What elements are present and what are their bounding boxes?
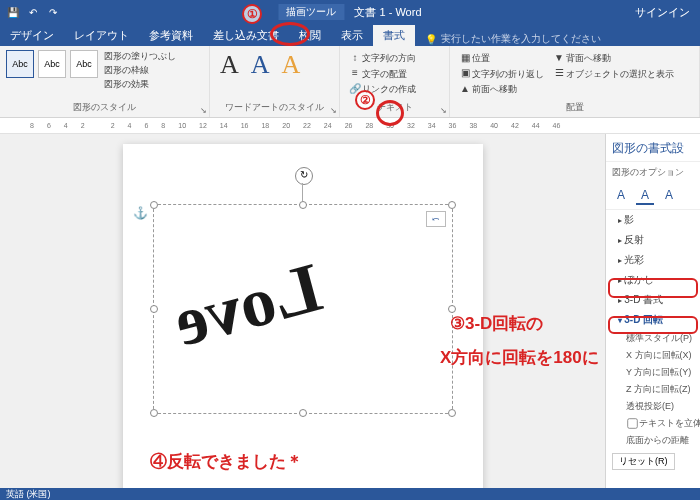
resize-handle[interactable] [299,201,307,209]
pane-tab-shape-options[interactable]: 図形のオプション [612,166,684,179]
shape-outline[interactable]: 図形の枠線 [102,64,178,77]
pane-section-glow[interactable]: 光彩 [606,250,700,270]
rotation-preset[interactable]: 標準スタイル(P) [606,330,700,347]
effects-icon[interactable]: A [636,187,654,205]
document-canvas[interactable]: ⚓ ⤺ Love [0,134,605,490]
shape-style-1[interactable]: Abc [6,50,34,78]
horizontal-ruler[interactable]: 8642246810121416182022242628303234363840… [0,118,700,134]
send-backward[interactable]: ▼背面へ移動 [550,50,676,65]
position-menu[interactable]: ▦位置 [456,50,546,65]
flat-checkbox[interactable] [627,418,637,428]
tab-references[interactable]: 参考資料 [139,25,203,46]
save-icon[interactable]: 💾 [6,5,20,19]
rotation-perspective[interactable]: 透視投影(E) [606,398,700,415]
reset-button[interactable]: リセット(R) [612,453,675,470]
shape-fill[interactable]: 図形の塗りつぶし [102,50,178,63]
tell-me-search[interactable]: 💡 実行したい作業を入力してください [415,32,601,46]
shape-style-3[interactable]: Abc [70,50,98,78]
tab-design[interactable]: デザイン [0,25,64,46]
wrap-icon: ▣ [458,66,472,80]
text-align-icon: ≡ [348,66,362,80]
resize-handle[interactable] [448,409,456,417]
shape-style-2[interactable]: Abc [38,50,66,78]
backward-icon: ▼ [552,50,566,64]
rotation-z[interactable]: Z 方向に回転(Z) [606,381,700,398]
ribbon-tabs: デザイン レイアウト 参考資料 差し込み文書 校閲 表示 書式 💡 実行したい作… [0,24,700,46]
keep-text-flat[interactable]: テキストを立体 [606,415,700,432]
selection-pane[interactable]: ☰オブジェクトの選択と表示 [550,66,676,81]
rotation-x[interactable]: X 方向に回転(X) [606,347,700,364]
forward-icon: ▲ [458,81,472,95]
ribbon: Abc Abc Abc 図形の塗りつぶし 図形の枠線 図形の効果 図形のスタイル… [0,46,700,118]
contextual-tab-label: 描画ツール [278,4,344,20]
anchor-icon: ⚓ [133,206,148,220]
wordart-style-2[interactable]: A [247,50,274,80]
group-label-text: テキスト [346,101,443,115]
page: ⚓ ⤺ Love [123,144,483,490]
create-link[interactable]: 🔗リンクの作成 [346,81,418,96]
distance-from-ground[interactable]: 底面からの距離 [606,432,700,449]
wrap-text-menu[interactable]: ▣文字列の折り返し [456,66,546,81]
format-shape-pane: 図形の書式設 図形のオプション A A A 影 反射 光彩 ぼかし 3-D 書式… [605,134,700,490]
text-direction-icon: ↕ [348,50,362,64]
status-bar: 英語 (米国) [0,488,700,500]
fill-line-icon[interactable]: A [612,187,630,205]
tab-view[interactable]: 表示 [331,25,373,46]
workspace: ⚓ ⤺ Love 図形の書式設 図形のオプション A A A [0,134,700,490]
tab-format[interactable]: 書式 [373,25,415,46]
pane-title: 図形の書式設 [606,134,700,162]
layout-options-icon[interactable]: ⤺ [426,211,446,227]
signin-link[interactable]: サインイン [635,5,690,20]
resize-handle[interactable] [448,305,456,313]
wordart-launcher-icon[interactable]: ↘ [330,106,337,115]
group-label-arrange: 配置 [456,101,693,115]
selection-icon: ☰ [552,66,566,80]
selected-textbox[interactable]: ⤺ Love [153,204,453,414]
text-launcher-icon[interactable]: ↘ [440,106,447,115]
shape-styles-launcher-icon[interactable]: ↘ [200,106,207,115]
resize-handle[interactable] [299,409,307,417]
group-arrange: ▦位置 ▣文字列の折り返し ▲前面へ移動 ▼背面へ移動 ☰オブジェクトの選択と表… [450,46,700,117]
wordart-style-1[interactable]: A [216,50,243,80]
pane-section-3d-rotation[interactable]: 3-D 回転 [606,310,700,330]
undo-icon[interactable]: ↶ [26,5,40,19]
pane-section-soft-edges[interactable]: ぼかし [606,270,700,290]
rotate-handle-icon[interactable] [295,167,311,183]
tab-mailings[interactable]: 差し込み文書 [203,25,289,46]
group-label-wordart: ワードアートのスタイル [216,101,333,115]
title-bar: 💾 ↶ ↷ 描画ツール 文書 1 - Word サインイン [0,0,700,24]
redo-icon[interactable]: ↷ [46,5,60,19]
tab-review[interactable]: 校閲 [289,25,331,46]
tab-layout[interactable]: レイアウト [64,25,139,46]
document-title: 文書 1 - Word [354,5,421,20]
resize-handle[interactable] [150,201,158,209]
status-language[interactable]: 英語 (米国) [6,488,51,501]
wordart-text[interactable]: Love [166,247,329,363]
wordart-style-3[interactable]: A [278,50,305,80]
text-direction[interactable]: ↕文字列の方向 [346,50,418,65]
tell-me-placeholder: 実行したい作業を入力してください [441,32,601,46]
resize-handle[interactable] [448,201,456,209]
resize-handle[interactable] [150,305,158,313]
group-shape-styles: Abc Abc Abc 図形の塗りつぶし 図形の枠線 図形の効果 図形のスタイル… [0,46,210,117]
link-icon: 🔗 [348,81,362,95]
bring-forward[interactable]: ▲前面へ移動 [456,81,546,96]
pane-section-3d-format[interactable]: 3-D 書式 [606,290,700,310]
group-text: ↕文字列の方向 ≡文字の配置 🔗リンクの作成 テキスト ↘ [340,46,450,117]
pane-section-reflection[interactable]: 反射 [606,230,700,250]
group-wordart-styles: A A A ワードアートのスタイル ↘ [210,46,340,117]
group-label-shape-styles: 図形のスタイル [6,101,203,115]
pane-section-shadow[interactable]: 影 [606,210,700,230]
text-align[interactable]: ≡文字の配置 [346,66,418,81]
resize-handle[interactable] [150,409,158,417]
bulb-icon: 💡 [425,34,437,45]
shape-effects[interactable]: 図形の効果 [102,78,178,91]
layout-icon[interactable]: A [660,187,678,205]
rotation-y[interactable]: Y 方向に回転(Y) [606,364,700,381]
position-icon: ▦ [458,50,472,64]
